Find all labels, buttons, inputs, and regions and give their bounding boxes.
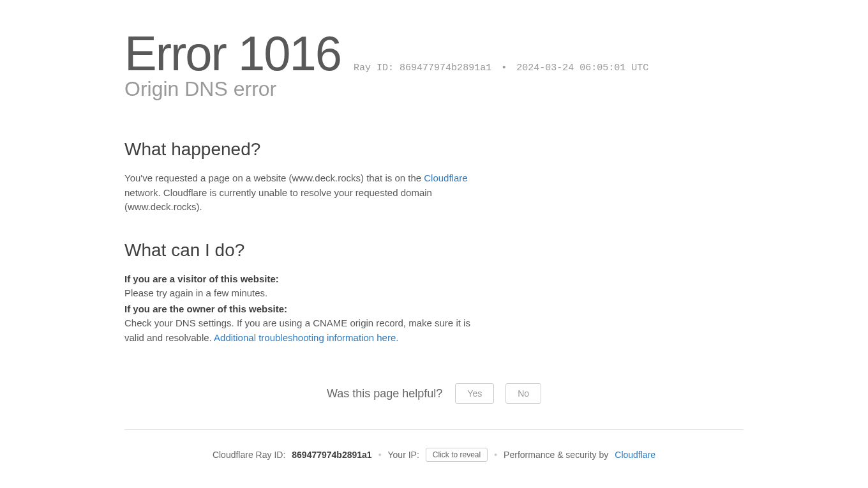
troubleshooting-link[interactable]: Additional troubleshooting information h… <box>214 332 398 343</box>
helpful-question: Was this page helpful? <box>327 387 442 400</box>
footer-cloudflare-link[interactable]: Cloudflare <box>615 450 655 460</box>
footer-ray-label: Cloudflare Ray ID: <box>213 450 285 460</box>
what-happened-heading: What happened? <box>124 139 482 160</box>
ray-id-line: Ray ID: 869477974b2891a1 • 2024-03-24 06… <box>354 63 648 73</box>
footer-ip-label: Your IP: <box>388 450 419 460</box>
yes-button[interactable]: Yes <box>455 383 494 404</box>
footer-sep-1: • <box>378 450 382 460</box>
what-happened-text-before: You've requested a page on a website (ww… <box>124 172 424 183</box>
visitor-text: Please try again in a few minutes. <box>124 286 482 301</box>
timestamp: 2024-03-24 06:05:01 UTC <box>516 63 648 73</box>
error-subtitle: Origin DNS error <box>124 77 744 101</box>
footer-sep-2: • <box>494 450 497 460</box>
no-button[interactable]: No <box>505 383 541 404</box>
ray-id-value: 869477974b2891a1 <box>400 63 491 73</box>
footer-ray-value: 869477974b2891a1 <box>292 450 371 460</box>
bullet-separator: • <box>501 63 507 73</box>
what-can-i-do-heading: What can I do? <box>124 240 482 261</box>
cloudflare-link[interactable]: Cloudflare <box>424 172 467 183</box>
footer-perf-label: Performance & security by <box>504 450 608 460</box>
owner-bold-line: If you are the owner of this website: <box>124 302 482 317</box>
what-happened-text: You've requested a page on a website (ww… <box>124 171 482 215</box>
footer: Cloudflare Ray ID: 869477974b2891a1 • Yo… <box>124 448 744 462</box>
footer-divider <box>124 429 744 430</box>
what-happened-text-after: network. Cloudflare is currently unable … <box>124 187 432 213</box>
error-code-heading: Error 1016 <box>124 26 341 81</box>
click-to-reveal-button[interactable]: Click to reveal <box>426 448 488 462</box>
visitor-bold-line: If you are a visitor of this website: <box>124 272 482 287</box>
owner-text: Check your DNS settings. If you are usin… <box>124 316 482 345</box>
ray-id-label: Ray ID: <box>354 63 394 73</box>
